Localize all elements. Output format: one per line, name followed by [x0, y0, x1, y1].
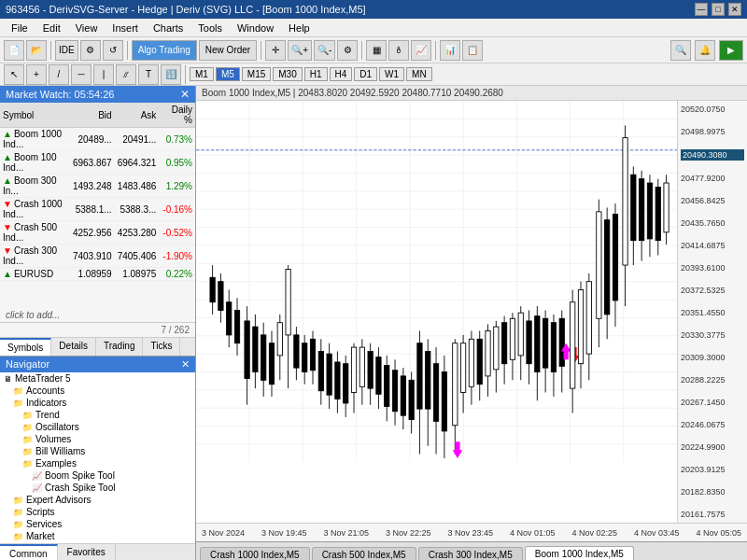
period-m30[interactable]: M30 [273, 67, 302, 81]
properties-button[interactable]: ⚙ [337, 40, 358, 61]
menu-edit[interactable]: Edit [35, 21, 68, 35]
col-daily: Daily % [159, 103, 195, 128]
nav-item-scripts[interactable]: 📁Scripts [0, 506, 195, 518]
fib-tool[interactable]: 🔢 [161, 64, 181, 85]
crosshair-tool[interactable]: + [26, 64, 47, 85]
menu-window[interactable]: Window [230, 21, 281, 35]
mw-tab-trading[interactable]: Trading [96, 338, 144, 356]
menu-file[interactable]: File [4, 21, 35, 35]
period-m15[interactable]: M15 [242, 67, 271, 81]
price-level-9: 20372.5325 [681, 286, 744, 295]
market-watch-row[interactable]: ▲Boom 300 In... 1493.248 1483.486 1.29% [0, 175, 195, 198]
new-order-button[interactable]: New Order [199, 40, 257, 61]
market-watch-row[interactable]: ▲EURUSD 1.08959 1.08975 0.22% [0, 268, 195, 281]
chart-area: Boom 1000 Index,M5 | 20483.8020 20492.59… [196, 86, 747, 560]
refresh-button[interactable]: ↺ [103, 40, 123, 61]
maximize-button[interactable]: □ [712, 3, 725, 16]
menu-view[interactable]: View [68, 21, 106, 35]
line-tool[interactable]: / [49, 64, 69, 85]
menu-tools[interactable]: Tools [190, 21, 230, 35]
signal-button[interactable]: ▶ [719, 40, 743, 61]
template-button[interactable]: 📋 [462, 40, 483, 61]
chart-canvas[interactable]: 20520.0750 20498.9975 20490.3080 20477.9… [196, 101, 747, 523]
minimize-button[interactable]: — [695, 3, 708, 16]
nav-item-volumes[interactable]: 📁Volumes [0, 433, 195, 445]
chart-tab-crash500[interactable]: Crash 500 Index,M5 [312, 547, 416, 560]
time-4: 3 Nov 22:25 [386, 528, 431, 538]
settings-button[interactable]: ⚙ [80, 40, 101, 61]
market-watch-row[interactable]: ▼Crash 500 Ind... 4252.956 4253.280 -0.5… [0, 221, 195, 245]
period-m1[interactable]: M1 [190, 67, 214, 81]
nav-item-indicators[interactable]: 📁Indicators [0, 397, 195, 409]
hline-tool[interactable]: ─ [71, 64, 92, 85]
algo-trading-label: Algo Trading [138, 45, 190, 55]
svg-rect-76 [401, 376, 405, 415]
algo-trading-button[interactable]: Algo Trading [132, 40, 197, 61]
market-watch-row[interactable]: ▼Crash 300 Ind... 7403.910 7405.406 -1.9… [0, 245, 195, 268]
period-w1[interactable]: W1 [379, 67, 404, 81]
nav-item-crash-spike-tool[interactable]: 📈Crash Spike Tool [0, 482, 195, 494]
svg-rect-68 [368, 351, 373, 388]
period-mn[interactable]: MN [406, 67, 432, 81]
cursor-tool[interactable]: ↖ [4, 64, 24, 85]
titlebar: 963456 - DerivSVG-Server - Hedge | Deriv… [0, 0, 747, 19]
menu-charts[interactable]: Charts [146, 21, 190, 35]
svg-rect-101 [501, 323, 506, 364]
market-watch-row[interactable]: ▲Boom 100 Ind... 6963.867 6964.321 0.95% [0, 151, 195, 175]
market-watch-row[interactable]: ▼Crash 1000 Ind... 5388.1... 5388.3... -… [0, 198, 195, 221]
nav-tab-favorites[interactable]: Favorites [58, 544, 116, 560]
ide-button[interactable]: IDE [55, 40, 78, 61]
menu-insert[interactable]: Insert [105, 21, 146, 35]
zoom-out-button[interactable]: 🔍- [314, 40, 335, 61]
chart-ohlc-label: Boom 1000 Index,M5 | 20483.8020 20492.59… [202, 88, 503, 98]
menu-help[interactable]: Help [281, 21, 317, 35]
new-chart-button[interactable]: 📄 [4, 40, 24, 61]
nav-item-accounts[interactable]: 📁Accounts [0, 385, 195, 397]
crosshair-button[interactable]: ✛ [265, 40, 286, 61]
mw-tab-ticks[interactable]: Ticks [143, 338, 180, 356]
nav-item-services[interactable]: 📁Services [0, 518, 195, 530]
period-d1[interactable]: D1 [354, 67, 377, 81]
mw-tab-details[interactable]: Details [51, 338, 96, 356]
svg-rect-70 [376, 357, 381, 395]
chart-tab-crash300[interactable]: Crash 300 Index,M5 [418, 547, 523, 560]
separator5 [435, 41, 436, 60]
svg-rect-93 [469, 339, 473, 386]
period-h4[interactable]: H4 [330, 67, 353, 81]
nav-item-boom-spike-tool[interactable]: 📈Boom Spike Tool [0, 469, 195, 482]
svg-rect-88 [453, 343, 458, 426]
search-button[interactable]: 🔍 [670, 40, 691, 61]
window-controls[interactable]: — □ ✕ [695, 3, 741, 16]
nav-tab-common[interactable]: Common [0, 544, 58, 560]
nav-item-market[interactable]: 📁Market [0, 530, 195, 542]
chart-tab-crash1000[interactable]: Crash 1000 Index,M5 [200, 547, 310, 560]
text-tool[interactable]: T [138, 64, 159, 85]
vline-tool[interactable]: | [93, 64, 114, 85]
indicators-button[interactable]: 📊 [440, 40, 460, 61]
navigator-close[interactable]: ✕ [181, 358, 190, 371]
candlestick-button[interactable]: 🕯 [388, 40, 409, 61]
market-watch-close[interactable]: ✕ [180, 88, 190, 101]
mw-tab-symbols[interactable]: Symbols [0, 338, 51, 356]
period-h1[interactable]: H1 [304, 67, 328, 81]
market-watch-row[interactable]: ▲Boom 1000 Ind... 20489... 20491... 0.73… [0, 128, 195, 151]
alert-button[interactable]: 🔔 [695, 40, 715, 61]
bar-chart-button[interactable]: ▦ [366, 40, 387, 61]
nav-item-bill-williams[interactable]: 📁Bill Williams [0, 445, 195, 457]
period-m5[interactable]: M5 [216, 67, 240, 81]
open-button[interactable]: 📂 [26, 40, 47, 61]
svg-rect-80 [417, 343, 422, 409]
nav-item-trend[interactable]: 📁Trend [0, 409, 195, 421]
add-symbol-row[interactable]: click to add... [0, 308, 195, 322]
zoom-in-button[interactable]: 🔍+ [288, 40, 312, 61]
svg-rect-56 [318, 351, 323, 390]
line-chart-button[interactable]: 📈 [411, 40, 431, 61]
nav-item-examples[interactable]: 📁Examples [0, 457, 195, 469]
nav-item-metatrader-5[interactable]: 🖥MetaTrader 5 [0, 372, 195, 385]
nav-item-oscillators[interactable]: 📁Oscillators [0, 421, 195, 433]
chart-tab-boom1000[interactable]: Boom 1000 Index,M5 [525, 546, 634, 560]
svg-rect-48 [286, 269, 290, 334]
channel-tool[interactable]: ⫽ [116, 64, 136, 85]
nav-item-expert-advisors[interactable]: 📁Expert Advisors [0, 494, 195, 506]
close-button[interactable]: ✕ [728, 3, 741, 16]
